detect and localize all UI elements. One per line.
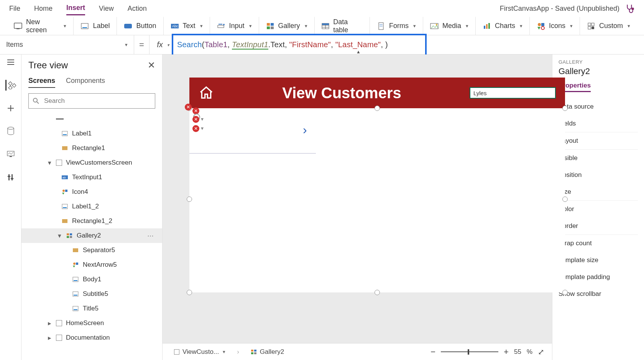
label-icon [61,130,68,137]
gallery2[interactable]: ✕ ✕ ✕ ▾ ✕ ▾ › [189,108,565,292]
menu-file[interactable]: File [9,2,20,15]
tree-item-icon4[interactable]: Icon4 [21,185,162,199]
breadcrumb-control[interactable]: Gallery2 [247,347,288,357]
chevron-down-icon: ▾ [570,23,573,29]
menu-insert[interactable]: Insert [66,2,85,15]
breadcrumb-screen[interactable]: ViewCusto... ▾ [170,347,229,357]
prop-data-source[interactable]: Data source [559,98,638,115]
more-icon[interactable]: ⋯ [147,232,154,240]
text-button[interactable]: Abc Text ▾ [164,17,210,35]
control-name[interactable]: Gallery2 [559,66,638,76]
menu-action[interactable]: Action [128,2,147,15]
svg-rect-48 [12,174,13,180]
custom-button[interactable]: Custom ▾ [580,17,637,35]
property-selector-value: Items [6,41,23,49]
tools-icon[interactable] [5,172,16,183]
tree-item-documentation[interactable]: ▸ Documentation [21,330,162,345]
new-screen-button[interactable]: New screen ▾ [7,17,74,35]
prop-show-scrollbar[interactable]: Show scrollbar [559,286,638,302]
tree-item-homescreen[interactable]: ▸ HomeScreen [21,316,162,330]
tree-item-label1[interactable]: Label1 [21,126,162,141]
tab-components[interactable]: Components [66,74,105,88]
forms-button[interactable]: Forms ▾ [370,17,423,35]
tree-item-title5[interactable]: Title5 [21,301,162,316]
tree-item-label: Rectangle1 [72,144,105,152]
monitor-icon[interactable] [5,149,16,160]
button-button[interactable]: Button [117,17,163,35]
prop-size[interactable]: Size [559,183,638,200]
fit-screen-icon[interactable]: ⤢ [538,347,544,357]
prop-wrap-count[interactable]: Wrap count [559,235,638,252]
tree-search-input[interactable] [43,97,151,105]
close-icon[interactable]: ✕ [148,60,155,71]
tree-search[interactable] [28,93,155,109]
tree-view-icon[interactable] [5,80,16,91]
zoom-out-button[interactable]: − [430,347,435,357]
menu-home[interactable]: Home [34,2,53,15]
chevron-right-icon[interactable]: › [303,123,307,137]
tree-item-nextarrow5[interactable]: NextArrow5 [21,258,162,272]
tree-item-rectangle1-2[interactable]: Rectangle1_2 [21,214,162,228]
tab-screens[interactable]: Screens [28,74,55,88]
tree-item-label: Gallery2 [77,232,101,239]
caret-right-icon[interactable]: ▸ [47,319,52,327]
svg-rect-1 [14,23,22,28]
custom-label: Custom [599,22,623,30]
property-selector[interactable]: Items ▾ [0,35,134,54]
icons-button[interactable]: Icons ▾ [530,17,580,35]
prop-template-padding[interactable]: Template padding [559,269,638,286]
prop-color[interactable]: Color [559,201,638,218]
caret-down-icon[interactable]: ▾ [57,232,62,240]
svg-rect-55 [62,146,67,150]
prop-fields[interactable]: Fields [559,115,638,132]
gallery-icon [266,22,274,30]
svg-rect-66 [67,236,69,238]
hamburger-icon[interactable] [5,57,16,68]
label-button[interactable]: Label [74,17,117,35]
data-table-button[interactable]: Data table [315,17,370,35]
tree-item-textinput1[interactable]: ab TextInput1 [21,170,162,185]
prop-template-size[interactable]: Template size [559,252,638,269]
app-canvas[interactable]: View Customers ✕ ✕ ✕ ▾ ✕ ▾ [189,78,565,292]
gallery-button[interactable]: Gallery ▾ [259,17,315,35]
gallery-icon [66,232,73,239]
gallery-template-row[interactable]: › [189,108,316,154]
add-icon[interactable] [5,103,16,114]
new-screen-label: New screen [26,18,59,34]
tree-item-rectangle1[interactable]: Rectangle1 [21,141,162,155]
home-icon[interactable] [199,85,214,101]
prop-border[interactable]: Border [559,218,638,234]
fx-button[interactable]: fx▾ [150,35,170,54]
data-icon[interactable] [5,126,16,137]
zoom-in-button[interactable]: + [504,347,509,357]
tree-item-separator5[interactable]: Separator5 [21,243,162,258]
health-icon[interactable] [625,3,635,13]
screen-checkbox[interactable] [56,320,62,326]
prop-visible[interactable]: Visible [559,150,638,167]
media-button[interactable]: Media ▾ [423,17,476,35]
caret-right-icon[interactable]: ▸ [47,334,52,342]
tree-item-label: ViewCustomersScreen [66,159,132,167]
zoom-slider[interactable] [441,351,498,352]
tree-item-label: Title5 [83,305,99,312]
tree-list: Label1 Rectangle1 ▾ ViewCustomersScreen … [21,112,162,360]
prop-layout[interactable]: Layout [559,132,638,149]
tree-item-label: Subtitle5 [83,290,108,298]
app-search-input[interactable] [470,87,556,99]
screen-checkbox[interactable] [56,160,62,166]
tree-item-body1[interactable]: Body1 [21,272,162,287]
tree-item-label: NextArrow5 [83,261,117,269]
screen-checkbox[interactable] [56,335,62,341]
menu-view[interactable]: View [99,2,114,15]
formula-input[interactable]: Search(Table1, TextInput1.Text, "FirstNa… [170,35,644,54]
prop-position[interactable]: Position [559,167,638,183]
tree-item-label1-2[interactable]: Label1_2 [21,199,162,214]
svg-rect-33 [591,23,594,26]
tree-item-gallery2[interactable]: ▾ Gallery2 ⋯ [21,228,162,243]
tree-item-viewcustomers[interactable]: ▾ ViewCustomersScreen [21,155,162,170]
charts-button[interactable]: Charts ▾ [476,17,530,35]
input-button[interactable]: Input ▾ [210,17,259,35]
tree-collapse-bar[interactable] [21,112,162,126]
tree-item-subtitle5[interactable]: Subtitle5 [21,287,162,301]
caret-down-icon[interactable]: ▾ [47,159,52,167]
